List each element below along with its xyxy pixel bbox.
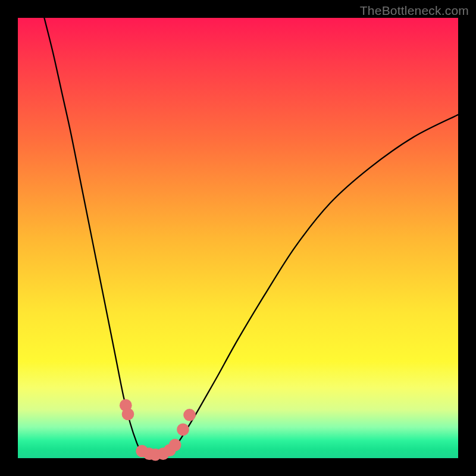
chart-stage: TheBottleneck.com bbox=[0, 0, 476, 476]
watermark-text: TheBottleneck.com bbox=[360, 4, 469, 18]
curve-svg bbox=[18, 18, 458, 458]
data-marker bbox=[169, 439, 181, 451]
curve-group bbox=[44, 18, 458, 456]
data-marker bbox=[177, 424, 189, 436]
marker-group bbox=[120, 399, 196, 461]
data-marker bbox=[183, 409, 196, 421]
series-right-curve bbox=[168, 115, 458, 454]
series-left-curve bbox=[44, 18, 145, 454]
data-marker bbox=[122, 408, 134, 421]
plot-area bbox=[18, 18, 458, 458]
